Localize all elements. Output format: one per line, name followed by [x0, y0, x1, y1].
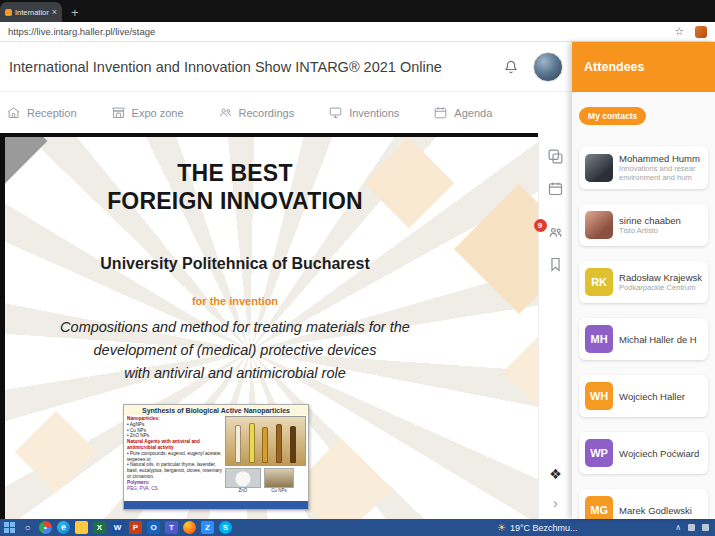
attendee-name: Mohammed Humm	[619, 153, 700, 164]
taskbar-app-icon[interactable]: W	[111, 521, 124, 534]
figure-media-column: ZnO Cu NPs	[225, 416, 306, 494]
attendees-header: Attendees	[572, 42, 715, 92]
stage-slide: THE BEST FOREIGN INNOVATION University P…	[0, 133, 538, 519]
nav-label: Expo zone	[132, 107, 184, 119]
tray-chevron-icon[interactable]: ∧	[675, 523, 681, 532]
figure-caption: ZnO	[225, 488, 261, 494]
taskbar-app-icon[interactable]: ○	[21, 521, 34, 534]
attendee-subtitle: environment and hum	[619, 173, 700, 182]
taskbar-app-icon[interactable]: e	[57, 521, 70, 534]
attendees-panel: Attendees My contacts Mohammed Humm Inno…	[572, 42, 715, 519]
nav-label: Agenda	[454, 107, 492, 119]
slide-figure: Synthesis of Biological Active Nanoparti…	[123, 404, 309, 510]
bottles-photo	[264, 468, 294, 488]
attendee-name: sirine chaaben	[619, 215, 681, 226]
slide-title-line1: THE BEST	[5, 159, 465, 187]
figure-text-line: PEG, PVA, CS.	[127, 486, 223, 492]
calendar-icon[interactable]	[547, 179, 565, 197]
vials-photo	[225, 416, 306, 466]
attendee-avatar: WP	[585, 439, 613, 467]
taskbar-app-icon[interactable]: P	[129, 521, 142, 534]
taskbar-app-icon[interactable]: X	[93, 521, 106, 534]
attendee-card[interactable]: MH Michał Haller de H	[579, 318, 708, 360]
url-input[interactable]: https://live.intarg.haller.pl/live/stage	[8, 26, 674, 37]
tab-close-icon[interactable]: ×	[52, 7, 57, 17]
dish-photo	[225, 468, 261, 488]
attendee-avatar	[585, 211, 613, 239]
figure-caption: Cu NPs	[264, 488, 294, 494]
collapse-panel-icon[interactable]: ›	[547, 493, 565, 511]
figure-title: Synthesis of Biological Active Nanoparti…	[124, 405, 308, 415]
user-avatar[interactable]	[533, 52, 563, 82]
attendee-card[interactable]: MG Marek Godlewski	[579, 489, 708, 519]
attendees-badge: 9	[534, 219, 547, 232]
attendee-avatar: MG	[585, 496, 613, 519]
browser-tab[interactable]: International ×	[0, 2, 62, 22]
screen-icon	[328, 105, 343, 120]
attendee-avatar: WH	[585, 382, 613, 410]
side-toolbar: 9 ❖ ›	[538, 133, 572, 519]
slide-university: University Politehnica of Bucharest	[5, 255, 465, 273]
extension-icon[interactable]	[695, 26, 707, 38]
home-icon	[6, 105, 21, 120]
start-button[interactable]	[4, 522, 15, 533]
attendee-card[interactable]: WH Wojciech Haller	[579, 375, 708, 417]
taskbar-app-icon[interactable]	[75, 521, 88, 534]
attendee-avatar	[585, 154, 613, 182]
figure-caption-band	[124, 501, 308, 509]
page-header: International Invention and Innovation S…	[0, 42, 572, 92]
new-tab-button[interactable]: +	[71, 6, 79, 19]
tray-icon[interactable]	[702, 524, 709, 531]
nav-label: Recordings	[239, 107, 295, 119]
figure-text-column: Nanoparticles: • AgNPs • Cu NPs • ZnO NP…	[127, 416, 223, 494]
attendee-subtitle: Tisto Artisto	[619, 226, 681, 235]
attendee-name: Radosław Krajewsk	[619, 272, 702, 283]
nav-label: Inventions	[349, 107, 399, 119]
nav-item-expo-zone[interactable]: Expo zone	[111, 105, 184, 120]
screens-icon[interactable]	[547, 147, 565, 165]
apps-icon[interactable]: ❖	[547, 465, 565, 483]
attendee-card[interactable]: RK Radosław Krajewsk Podkarpackie Centru…	[579, 261, 708, 303]
nav-item-recordings[interactable]: Recordings	[218, 105, 295, 120]
bookmark-icon[interactable]	[547, 255, 565, 273]
main-nav: Reception Expo zone Recordings Invention…	[0, 92, 572, 133]
taskbar-app-icon[interactable]: S	[219, 521, 232, 534]
bookmark-star-icon[interactable]: ☆	[674, 26, 684, 37]
sun-icon: ☀	[497, 523, 506, 533]
attendee-name: Michał Haller de H	[619, 334, 697, 345]
attendee-name: Wojciech Poćwiard	[619, 448, 699, 459]
taskbar-app-icon[interactable]: •	[39, 521, 52, 534]
attendees-icon[interactable]: 9	[547, 223, 565, 241]
slide-kicker: for the invention	[5, 295, 465, 307]
taskbar-app-icon[interactable]: T	[165, 521, 178, 534]
slide-description: Compositions and method for treating mat…	[5, 316, 465, 339]
taskbar-app-icon[interactable]	[183, 521, 196, 534]
attendee-avatar: MH	[585, 325, 613, 353]
taskbar-app-icon[interactable]: Z	[201, 521, 214, 534]
calendar-icon	[433, 105, 448, 120]
notifications-bell-icon[interactable]	[502, 58, 520, 76]
people-icon	[218, 105, 233, 120]
booth-icon	[111, 105, 126, 120]
attendee-avatar: RK	[585, 268, 613, 296]
slide-description: with antiviral and antimicrobial role	[5, 362, 465, 385]
slide-title-line2: FOREIGN INNOVATION	[5, 187, 465, 215]
taskbar-app-icon[interactable]: O	[147, 521, 160, 534]
address-bar: https://live.intarg.haller.pl/live/stage…	[0, 22, 715, 42]
tray-icon[interactable]	[688, 524, 695, 531]
weather-widget[interactable]: ☀ 19°C Bezchmu...	[497, 519, 578, 536]
attendee-name: Marek Godlewski	[619, 505, 692, 516]
attendee-subtitle: Innovations and resear	[619, 164, 700, 173]
attendee-card[interactable]: Mohammed Humm Innovations and resear env…	[579, 146, 708, 189]
taskbar: ○ • e X W	[0, 519, 715, 536]
attendee-card[interactable]: sirine chaaben Tisto Artisto	[579, 204, 708, 246]
browser-window: International × + https://live.intarg.ha…	[0, 0, 715, 536]
figure-text-line: • Natural oils, in particular thyme, lav…	[127, 462, 223, 479]
nav-item-reception[interactable]: Reception	[6, 105, 77, 120]
taskbar-apps: ○ • e X W	[21, 521, 232, 534]
my-contacts-button[interactable]: My contacts	[579, 107, 646, 125]
attendee-card[interactable]: WP Wojciech Poćwiard	[579, 432, 708, 474]
nav-item-agenda[interactable]: Agenda	[433, 105, 492, 120]
nav-item-inventions[interactable]: Inventions	[328, 105, 399, 120]
weather-text: 19°C Bezchmu...	[510, 523, 578, 533]
